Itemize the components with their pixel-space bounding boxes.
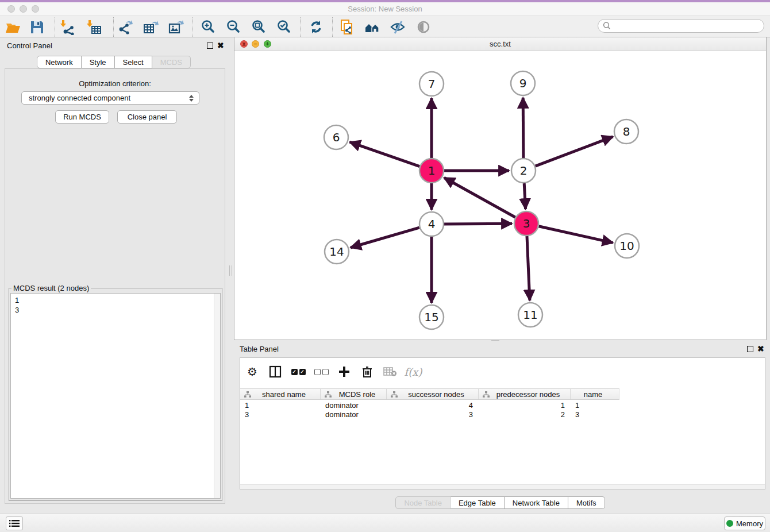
network-canvas[interactable]: 7968124314101511 (234, 51, 766, 340)
zoom-in-icon[interactable] (200, 19, 216, 35)
tab-mcds[interactable]: MCDS (152, 56, 191, 68)
graph-node-2[interactable]: 2 (511, 159, 536, 183)
table-row[interactable]: 3dominator323 (240, 410, 765, 419)
column-type-icon (244, 391, 251, 398)
table-cell: 3 (240, 410, 321, 419)
vertical-splitter-handle[interactable] (229, 265, 232, 276)
node-label: 11 (523, 308, 537, 322)
search-icon (602, 21, 611, 30)
table-tabs: Node Table Edge Table Network Table Moti… (234, 496, 767, 509)
close-table-panel-icon[interactable]: ✖ (757, 344, 764, 353)
edge-1-6[interactable] (350, 142, 420, 167)
table-row[interactable]: 1dominator411 (240, 400, 765, 410)
edge-4-14[interactable] (351, 228, 419, 248)
tab-network[interactable]: Network (37, 56, 82, 68)
close-panel-icon[interactable]: ✖ (217, 41, 224, 50)
float-panel-icon[interactable] (207, 43, 213, 49)
import-network-icon[interactable] (60, 19, 76, 35)
edge-3-1[interactable] (444, 178, 515, 217)
graph-node-3[interactable]: 3 (514, 211, 538, 236)
graph-node-9[interactable]: 9 (511, 71, 535, 95)
control-panel-tabs: Network Style Select MCDS (0, 56, 228, 68)
edge-4-3[interactable] (444, 223, 512, 224)
table-panel-header: Table Panel ✖ (234, 344, 767, 356)
zoom-out-icon[interactable] (225, 19, 241, 35)
graph-node-7[interactable]: 7 (419, 72, 444, 96)
import-table-icon[interactable] (86, 19, 102, 35)
export-table-icon[interactable] (143, 19, 159, 35)
table-header-row: shared name MCDS role successor nodes pr… (240, 388, 619, 400)
control-panel-header: Control Panel ✖ (0, 40, 228, 53)
main-toolbar (0, 16, 770, 38)
tab-edge-table[interactable]: Edge Table (451, 496, 505, 509)
add-column-icon[interactable] (337, 364, 352, 379)
node-label: 7 (428, 77, 436, 91)
graph-node-10[interactable]: 10 (615, 234, 639, 258)
zoom-selected-icon[interactable] (276, 19, 292, 35)
toolbar-separator (55, 17, 55, 37)
network-graph[interactable]: 7968124314101511 (234, 51, 766, 340)
graph-node-4[interactable]: 4 (419, 212, 444, 236)
refresh-icon[interactable] (308, 19, 324, 35)
list-icon (9, 519, 20, 527)
graph-node-1[interactable]: 1 (419, 159, 444, 183)
edge-2-3[interactable] (524, 183, 525, 209)
graph-node-11[interactable]: 11 (518, 303, 542, 327)
delete-column-icon[interactable] (360, 364, 375, 379)
mcds-result-text[interactable]: 1 3 (10, 293, 221, 499)
edge-2-9[interactable] (523, 98, 523, 158)
select-all-icon[interactable]: ✓✓ (291, 364, 306, 379)
mcds-result-box: MCDS result (2 nodes) 1 3 (9, 284, 222, 501)
edge-3-11[interactable] (527, 236, 530, 300)
network-window-titlebar[interactable]: x – + scc.txt (234, 37, 766, 51)
bird-eye-view-icon[interactable] (415, 19, 432, 35)
column-header-predecessor-nodes[interactable]: predecessor nodes (479, 389, 571, 399)
task-history-button[interactable] (6, 516, 23, 530)
tab-select[interactable]: Select (115, 56, 152, 68)
tab-network-table[interactable]: Network Table (505, 496, 568, 509)
mcds-result-scrollbar[interactable] (214, 294, 220, 498)
table-cell: 3 (387, 410, 479, 419)
close-panel-button[interactable]: Close panel (117, 110, 177, 124)
table-horizontal-scrollbar[interactable] (240, 484, 765, 489)
search-input[interactable] (611, 20, 764, 32)
table-cell: dominator (321, 401, 387, 410)
graph-node-8[interactable]: 8 (614, 119, 638, 144)
memory-button[interactable]: Memory (724, 516, 765, 530)
duplicate-network-icon[interactable] (339, 19, 355, 35)
graph-node-14[interactable]: 14 (325, 240, 349, 264)
graph-node-15[interactable]: 15 (419, 305, 444, 329)
network-window: x – + scc.txt 7968124314101511 (234, 37, 767, 340)
optimization-criterion-value: strongly connected component (29, 94, 189, 102)
toolbar-separator (192, 17, 193, 37)
column-header-name[interactable]: name (571, 389, 619, 399)
function-builder-icon[interactable]: f(x) (406, 364, 421, 379)
open-folder-icon[interactable] (5, 19, 21, 35)
delete-table-icon[interactable] (383, 364, 398, 379)
export-image-icon[interactable] (168, 19, 184, 35)
settings-gear-icon[interactable]: ⚙ (245, 364, 260, 379)
column-header-mcds-role[interactable]: MCDS role (321, 389, 387, 399)
control-panel-title: Control Panel (7, 41, 52, 50)
toolbar-separator (332, 17, 333, 37)
tab-node-table[interactable]: Node Table (395, 496, 451, 509)
export-network-icon[interactable] (117, 19, 133, 35)
float-table-panel-icon[interactable] (747, 346, 753, 352)
tab-motifs[interactable]: Motifs (568, 496, 605, 509)
run-mcds-button[interactable]: Run MCDS (55, 110, 109, 124)
edge-2-8[interactable] (536, 137, 613, 166)
column-header-successor-nodes[interactable]: successor nodes (387, 389, 479, 399)
tab-style[interactable]: Style (82, 56, 115, 68)
show-column-panel-icon[interactable] (268, 364, 283, 379)
table-cell: 1 (240, 401, 321, 410)
graph-node-6[interactable]: 6 (324, 125, 348, 149)
zoom-fit-icon[interactable] (251, 19, 267, 35)
optimization-criterion-select[interactable]: strongly connected component (21, 91, 199, 105)
hide-graphics-details-icon[interactable] (390, 19, 406, 35)
unselect-all-icon[interactable] (314, 364, 329, 379)
home-overview-icon[interactable] (364, 19, 380, 35)
mcds-result-title: MCDS result (2 nodes) (11, 284, 91, 292)
column-header-shared-name[interactable]: shared name (240, 389, 321, 399)
save-icon[interactable] (29, 19, 45, 35)
edge-3-10[interactable] (539, 226, 613, 243)
